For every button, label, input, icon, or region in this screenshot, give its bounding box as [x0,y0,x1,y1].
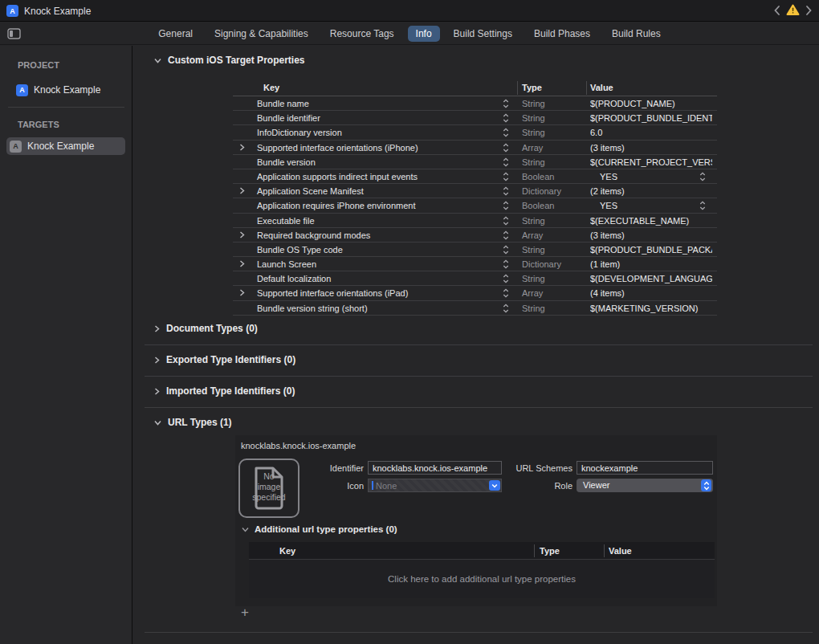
key-stepper-icon[interactable] [503,201,509,210]
row-value[interactable]: $(EXECUTABLE_NAME) [590,216,712,226]
row-value[interactable]: (2 items) [590,186,712,196]
key-stepper-icon[interactable] [503,274,509,283]
row-value[interactable]: $(DEVELOPMENT_LANGUAGI [590,274,712,283]
row-value[interactable]: $(PRODUCT_BUNDLE_PACKA [590,245,712,255]
tab-build-phases[interactable]: Build Phases [526,26,598,42]
column-value: Value [609,546,632,556]
tab-signing-capabilities[interactable]: Signing & Capabilities [206,26,316,42]
plist-row[interactable]: Application requires iPhone environment … [233,198,717,213]
row-value[interactable]: (3 items) [590,230,712,240]
row-value[interactable]: $(PRODUCT_NAME) [590,99,712,108]
key-stepper-icon[interactable] [503,186,509,196]
plist-row[interactable]: InfoDictionary version String 6.0 [233,125,717,140]
section-custom-ios-properties[interactable]: Custom iOS Target Properties [154,55,304,66]
target-name: Knock Example [27,141,94,152]
section-divider [145,376,813,377]
section-divider [145,407,813,408]
plist-row[interactable]: Bundle version String $(CURRENT_PROJECT_… [233,155,717,169]
row-type: Dictionary [522,259,561,269]
additional-properties-title: Additional url type properties (0) [255,524,397,534]
plist-row[interactable]: Bundle OS Type code String $(PRODUCT_BUN… [233,243,717,257]
add-url-type-button[interactable]: + [238,606,251,619]
tab-build-settings[interactable]: Build Settings [446,26,520,42]
row-value[interactable]: YES [590,201,712,210]
plist-row[interactable]: Default localization String $(DEVELOPMEN… [233,271,717,286]
tab-resource-tags[interactable]: Resource Tags [322,26,402,42]
plist-row[interactable]: Supported interface orientations (iPad) … [233,286,717,300]
warning-icon[interactable] [786,4,800,16]
section-divider [145,344,813,345]
section-imported-type-identifiers[interactable]: Imported Type Identifiers (0) [154,385,295,397]
row-key: Bundle version [257,157,316,167]
key-stepper-icon[interactable] [503,128,509,137]
forward-chevron-icon[interactable] [805,5,813,16]
add-properties-hint: Click here to add additional url type pr… [388,574,576,584]
row-value[interactable]: 6.0 [590,128,712,137]
additional-table-empty-area[interactable]: Click here to add additional url type pr… [249,560,715,598]
row-value[interactable]: (1 item) [590,259,712,269]
key-stepper-icon[interactable] [503,157,509,167]
row-value[interactable]: $(PRODUCT_BUNDLE_IDENT [590,113,712,123]
disclosure-chevron-icon[interactable] [239,260,245,267]
key-stepper-icon[interactable] [503,216,509,226]
key-stepper-icon[interactable] [503,259,509,269]
key-stepper-icon[interactable] [503,245,509,255]
column-key: Key [263,83,279,92]
title-bar: A Knock Example [0,0,819,22]
disclosure-chevron-icon[interactable] [239,144,245,151]
tab-build-rules[interactable]: Build Rules [604,26,669,42]
key-stepper-icon[interactable] [503,143,509,153]
plist-row[interactable]: Bundle version string (short) String $(M… [233,301,717,316]
plist-row[interactable]: Application supports indirect input even… [233,169,717,184]
targets-group-label: TARGETS [18,120,59,129]
section-title: URL Types (1) [168,417,232,428]
url-schemes-input[interactable]: knockexample [577,461,713,475]
row-key: Supported interface orientations (iPad) [257,288,408,298]
row-type: String [522,216,545,226]
plist-row[interactable]: Launch Screen Dictionary (1 item) [233,257,717,271]
url-type-card: knocklabs.knock.ios-example Noimagespeci… [235,435,717,606]
disclosure-chevron-icon[interactable] [239,289,245,296]
row-type: String [522,304,545,313]
tab-general[interactable]: General [150,26,201,42]
back-chevron-icon[interactable] [773,5,780,16]
key-stepper-icon[interactable] [503,288,509,298]
sidebar-item-project[interactable]: A Knock Example [16,81,100,99]
plist-row[interactable]: Bundle name String $(PRODUCT_NAME) [233,96,717,111]
additional-properties-table: Key Type Value Click here to add additio… [249,542,715,598]
key-stepper-icon[interactable] [503,113,509,123]
plist-row[interactable]: Application Scene Manifest Dictionary (2… [233,184,717,198]
additional-properties-header[interactable]: Additional url type properties (0) [242,524,397,534]
row-value[interactable]: $(CURRENT_PROJECT_VERS [590,157,712,167]
disclosure-chevron-icon[interactable] [239,187,245,194]
plist-row[interactable]: Required background modes Array (3 items… [233,228,717,243]
plist-row[interactable]: Bundle identifier String $(PRODUCT_BUNDL… [233,111,717,125]
section-exported-type-identifiers[interactable]: Exported Type Identifiers (0) [154,354,295,365]
row-value[interactable]: (4 items) [590,288,712,298]
plist-row[interactable]: Executable file String $(EXECUTABLE_NAME… [233,214,717,228]
tab-info[interactable]: Info [408,26,440,42]
project-name: Knock Example [34,84,100,96]
row-value[interactable]: YES [590,172,712,181]
editor-tab-bar: GeneralSigning & CapabilitiesResource Ta… [0,22,819,45]
role-popup-button[interactable]: Viewer [577,479,713,492]
key-stepper-icon[interactable] [503,230,509,240]
value-stepper-icon[interactable] [699,172,706,181]
value-stepper-icon[interactable] [699,201,706,210]
section-url-types[interactable]: URL Types (1) [154,417,232,428]
row-type: Dictionary [522,186,561,196]
key-stepper-icon[interactable] [503,172,509,181]
key-stepper-icon[interactable] [503,99,509,108]
section-title: Document Types (0) [166,323,258,334]
row-type: String [522,245,545,255]
sidebar-item-target-selected[interactable]: A Knock Example [6,137,125,155]
key-stepper-icon[interactable] [503,304,509,313]
plist-row[interactable]: Supported interface orientations (iPhone… [233,141,717,155]
row-type: String [522,99,545,108]
row-value[interactable]: $(MARKETING_VERSION) [590,304,712,313]
section-document-types[interactable]: Document Types (0) [154,323,258,334]
additional-table-header: Key Type Value [249,542,715,560]
disclosure-chevron-icon[interactable] [239,231,245,238]
row-value[interactable]: (3 items) [590,143,712,153]
row-key: Bundle OS Type code [257,245,343,255]
